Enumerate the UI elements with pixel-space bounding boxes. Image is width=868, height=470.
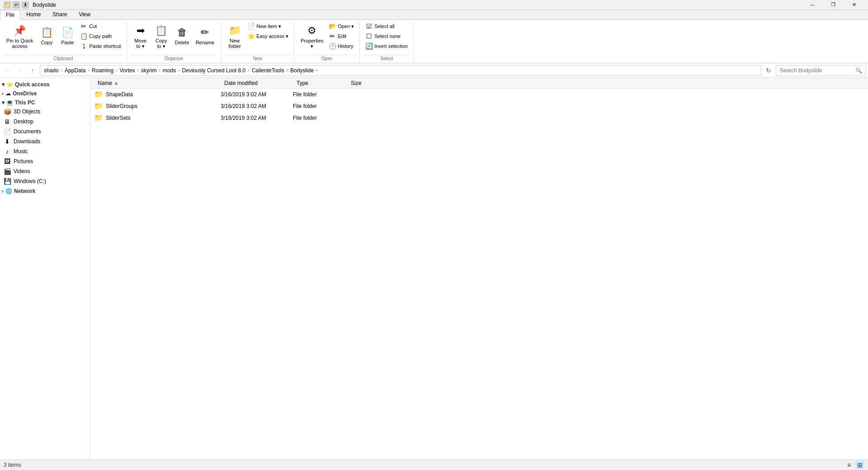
col-date-label: Date modified xyxy=(224,80,258,86)
refresh-button[interactable]: ↻ xyxy=(763,65,774,76)
back-quick-icon: ↩ xyxy=(13,1,20,9)
table-row[interactable]: 📁 SliderGroups 3/16/2019 3:02 AM File fo… xyxy=(90,100,868,112)
downloads-label: Downloads xyxy=(14,138,40,145)
tab-view[interactable]: View xyxy=(73,9,96,19)
new-item-button[interactable]: 📄 New item ▾ xyxy=(245,22,290,31)
back-button[interactable]: ← xyxy=(2,65,13,76)
sidebar-item-music[interactable]: ♪ Music xyxy=(0,146,90,156)
ribbon-group-clipboard: 📌 Pin to Quickaccess 📋 Copy 📄 Paste ✂ Cu… xyxy=(0,22,127,61)
status-bar: 3 items ≡ ⊞ xyxy=(0,459,868,470)
sidebar-item-3dobjects[interactable]: 📦 3D Objects xyxy=(0,107,90,117)
close-button[interactable]: ✕ xyxy=(844,0,864,10)
sidebar-item-documents[interactable]: 📄 Documents xyxy=(0,127,90,136)
delete-button[interactable]: 🗑 Delete xyxy=(172,22,192,49)
file-date-slidersets: 3/16/2019 3:02 AM xyxy=(221,115,293,121)
delete-icon: 🗑 xyxy=(175,25,189,40)
rename-button[interactable]: ✏ Rename xyxy=(193,22,217,49)
open-label: Open ▾ xyxy=(338,24,354,29)
invert-selection-icon: 🔄 xyxy=(365,42,373,50)
new-folder-button[interactable]: 📁 Newfolder xyxy=(225,22,245,51)
breadcrumb-bodyslide[interactable]: Bodyslide xyxy=(290,67,314,74)
tab-home[interactable]: Home xyxy=(20,9,47,19)
windows-c-icon: 💾 xyxy=(4,178,11,185)
table-row[interactable]: 📁 ShapeData 3/16/2019 3:02 AM File folde… xyxy=(90,89,868,100)
move-to-button[interactable]: ➡ Moveto ▾ xyxy=(131,22,151,51)
breadcrumb-roaming[interactable]: Roaming xyxy=(92,67,113,74)
select-all-icon: ☑ xyxy=(365,23,373,30)
properties-icon: ⚙ xyxy=(305,24,319,38)
col-header-name[interactable]: Name ▲ xyxy=(94,80,221,86)
breadcrumb-sep-8: › xyxy=(287,68,288,73)
file-name-label: SliderGroups xyxy=(106,103,137,109)
status-view-icons: ≡ ⊞ xyxy=(844,461,864,470)
address-bar[interactable]: shado › AppData › Roaming › Vortex › sky… xyxy=(40,65,761,76)
col-header-date[interactable]: Date modified xyxy=(221,80,293,86)
videos-icon: 🎬 xyxy=(4,168,11,175)
new-item-icon: 📄 xyxy=(247,23,255,30)
sidebar-item-videos[interactable]: 🎬 Videos xyxy=(0,166,90,176)
breadcrumb-dcl[interactable]: Deviously Cursed Loot 8.0 xyxy=(182,67,246,74)
col-header-size[interactable]: Size xyxy=(347,80,392,86)
breadcrumb-sep-3: › xyxy=(116,68,117,73)
col-header-type[interactable]: Type xyxy=(293,80,347,86)
copy-to-button[interactable]: 📋 Copyto ▾ xyxy=(151,22,171,51)
sidebar-section-quickaccess[interactable]: ▾ ⭐ Quick access xyxy=(0,80,90,89)
list-view-button[interactable]: ≡ xyxy=(844,461,854,470)
sidebar-item-windows-c[interactable]: 💾 Windows (C:) xyxy=(0,176,90,186)
sidebar-section-onedrive[interactable]: › ☁ OneDrive xyxy=(0,89,90,98)
forward-button[interactable]: → xyxy=(14,65,25,76)
title-bar-controls[interactable]: ─ ❐ ✕ xyxy=(802,0,864,10)
sidebar-item-downloads[interactable]: ⬇ Downloads xyxy=(0,136,90,146)
organize-content: ➡ Moveto ▾ 📋 Copyto ▾ 🗑 Delete ✏ Rename xyxy=(131,22,217,54)
detail-view-button[interactable]: ⊞ xyxy=(855,461,864,470)
history-button[interactable]: 🕐 History xyxy=(327,42,356,51)
tab-file[interactable]: File xyxy=(0,10,20,20)
properties-button[interactable]: ⚙ Properties▾ xyxy=(298,22,326,51)
col-type-label: Type xyxy=(297,80,308,86)
open-button[interactable]: 📂 Open ▾ xyxy=(327,22,356,31)
desktop-icon: 🖥 xyxy=(4,118,11,125)
clipboard-small-group: ✂ Cut 📋 Copy path ⤵ Paste shortcut xyxy=(78,22,123,51)
maximize-button[interactable]: ❐ xyxy=(823,0,844,10)
breadcrumb-appdata[interactable]: AppData xyxy=(65,67,86,74)
title-bar-left: 📁 ↩ ⬇ Bodyslide xyxy=(4,1,56,9)
folder-icon: 📁 xyxy=(4,1,11,9)
paste-shortcut-button[interactable]: ⤵ Paste shortcut xyxy=(78,42,123,51)
pin-to-quick-button[interactable]: 📌 Pin to Quickaccess xyxy=(4,22,36,51)
easy-access-button[interactable]: ⭐ Easy access ▾ xyxy=(245,32,290,41)
sidebar-item-desktop[interactable]: 🖥 Desktop xyxy=(0,117,90,127)
star-icon: ⭐ xyxy=(6,81,13,88)
move-icon: ➡ xyxy=(133,24,148,38)
minimize-button[interactable]: ─ xyxy=(802,0,823,10)
3dobjects-label: 3D Objects xyxy=(14,108,40,115)
select-none-icon: ☐ xyxy=(365,33,373,40)
tab-share[interactable]: Share xyxy=(47,9,73,19)
copy-path-button[interactable]: 📋 Copy path xyxy=(78,32,123,41)
breadcrumb-skyrim[interactable]: skyrim xyxy=(141,67,157,74)
file-type-shapedata: File folder xyxy=(293,91,347,98)
paste-button[interactable]: 📄 Paste xyxy=(57,22,77,49)
downloads-icon: ⬇ xyxy=(4,138,11,145)
sidebar-section-thispc[interactable]: ▾ 💻 This PC xyxy=(0,98,90,107)
breadcrumb-sep-4: › xyxy=(137,68,139,73)
breadcrumb-caliente[interactable]: CalienteTools xyxy=(252,67,284,74)
sidebar-item-pictures[interactable]: 🖼 Pictures xyxy=(0,156,90,166)
breadcrumb-vortex[interactable]: Vortex xyxy=(119,67,135,74)
clipboard-content: 📌 Pin to Quickaccess 📋 Copy 📄 Paste ✂ Cu… xyxy=(4,22,123,54)
select-all-button[interactable]: ☑ Select all xyxy=(363,22,410,31)
cut-button[interactable]: ✂ Cut xyxy=(78,22,123,31)
search-input[interactable] xyxy=(780,67,854,74)
edit-button[interactable]: ✏ Edit xyxy=(327,32,356,41)
invert-selection-button[interactable]: 🔄 Invert selection xyxy=(363,42,410,51)
sidebar-section-network[interactable]: › 🌐 Network xyxy=(0,186,90,195)
up-button[interactable]: ↑ xyxy=(27,65,38,76)
table-row[interactable]: 📁 SliderSets 3/16/2019 3:02 AM File fold… xyxy=(90,112,868,124)
copy-button[interactable]: 📋 Copy xyxy=(37,22,57,49)
pin-icon: 📌 xyxy=(13,24,27,38)
breadcrumb-mods[interactable]: mods xyxy=(163,67,176,74)
breadcrumb-shado[interactable]: shado xyxy=(44,67,59,74)
paste-icon: 📄 xyxy=(60,25,75,40)
file-list: 📁 ShapeData 3/16/2019 3:02 AM File folde… xyxy=(90,89,868,459)
select-none-button[interactable]: ☐ Select none xyxy=(363,32,410,41)
search-bar[interactable]: 🔍 xyxy=(776,65,866,76)
